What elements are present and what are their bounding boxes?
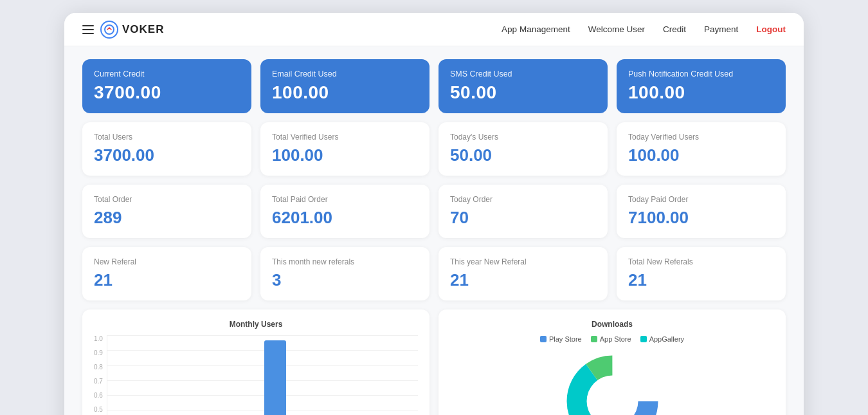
header-left: VOKER [82,21,502,39]
total-order-value: 289 [94,208,240,228]
new-referal-label: New Referal [94,257,240,266]
stat-total-users: Total Users 3700.00 [82,122,251,176]
total-users-label: Total Users [94,133,240,142]
nav-links: App Management Welcome User Credit Payme… [502,24,786,34]
email-credit-value: 100.00 [272,82,418,103]
charts-row: Monthly Users 1.0 0.9 0.8 0.7 0.6 0.5 0.… [82,309,786,415]
legend-play-store: Play Store [540,335,582,343]
logo: VOKER [100,21,164,39]
blue-card-current-credit: Current Credit 3700.00 [82,59,251,113]
bar-chart-title: Monthly Users [94,320,418,329]
new-referal-value: 21 [94,270,240,290]
total-order-label: Total Order [94,195,240,204]
bar-chart-area [107,335,418,415]
nav-logout[interactable]: Logout [756,24,786,34]
stat-today-order: Today Order 70 [439,185,608,238]
total-verified-value: 100.00 [272,145,418,165]
legend-appgallery: AppGallery [640,335,684,343]
blue-card-push-credit: Push Notification Credit Used 100.00 [617,59,786,113]
app-container: VOKER App Management Welcome User Credit… [64,13,804,415]
stat-new-referal: New Referal 21 [82,247,251,300]
stat-todays-users: Today's Users 50.00 [439,122,608,176]
play-store-dot [540,336,547,342]
nav-app-management[interactable]: App Management [502,24,570,34]
donut-svg-wrap [559,348,665,415]
today-paid-order-value: 7100.00 [628,208,774,228]
total-verified-label: Total Verified Users [272,133,418,142]
y-axis: 1.0 0.9 0.8 0.7 0.6 0.5 0.4 0.3 [94,335,107,415]
appgallery-label: AppGallery [649,335,684,343]
bar-7 [264,340,285,415]
stat-total-order: Total Order 289 [82,185,251,238]
year-referal-label: This year New Referal [450,257,596,266]
blue-cards-row: Current Credit 3700.00 Email Credit Used… [82,59,786,113]
sms-credit-value: 50.00 [450,82,596,103]
total-paid-order-value: 6201.00 [272,208,418,228]
today-verified-label: Today Verified Users [628,133,774,142]
bar-chart-wrap: 1.0 0.9 0.8 0.7 0.6 0.5 0.4 0.3 [94,335,418,415]
today-order-label: Today Order [450,195,596,204]
donut-chart-title: Downloads [450,320,774,329]
stat-total-paid-order: Total Paid Order 6201.00 [260,185,429,238]
today-order-value: 70 [450,208,596,228]
todays-users-label: Today's Users [450,133,596,142]
month-referals-value: 3 [272,270,418,290]
nav-welcome-user[interactable]: Welcome User [588,24,645,34]
stat-month-referals: This month new referals 3 [260,247,429,300]
main-content: Current Credit 3700.00 Email Credit Used… [64,46,804,415]
logo-circle [100,21,118,39]
stat-row-2: Total Order 289 Total Paid Order 6201.00… [82,185,786,238]
donut-legend: Play Store App Store AppGallery [540,335,684,343]
stat-total-referals: Total New Referals 21 [617,247,786,300]
sms-credit-label: SMS Credit Used [450,69,596,78]
todays-users-value: 50.00 [450,145,596,165]
email-credit-label: Email Credit Used [272,69,418,78]
stat-row-3: New Referal 21 This month new referals 3… [82,247,786,300]
app-store-label: App Store [600,335,631,343]
push-credit-label: Push Notification Credit Used [628,69,774,78]
today-verified-value: 100.00 [628,145,774,165]
bar-chart-card: Monthly Users 1.0 0.9 0.8 0.7 0.6 0.5 0.… [82,309,429,415]
donut-chart-card: Downloads Play Store App Store [439,309,786,415]
appgallery-dot [640,336,647,342]
svg-point-0 [105,25,114,34]
menu-icon[interactable] [82,25,94,34]
donut-svg [559,348,665,415]
stat-year-referal: This year New Referal 21 [439,247,608,300]
total-referals-label: Total New Referals [628,257,774,266]
stat-row-1: Total Users 3700.00 Total Verified Users… [82,122,786,176]
blue-card-email-credit: Email Credit Used 100.00 [260,59,429,113]
header: VOKER App Management Welcome User Credit… [64,13,804,46]
push-credit-value: 100.00 [628,82,774,103]
legend-app-store: App Store [591,335,631,343]
total-users-value: 3700.00 [94,145,240,165]
today-paid-order-label: Today Paid Order [628,195,774,204]
stat-today-verified-users: Today Verified Users 100.00 [617,122,786,176]
current-credit-value: 3700.00 [94,82,240,103]
logo-text: VOKER [122,23,164,36]
nav-payment[interactable]: Payment [704,24,738,34]
bars-container [114,335,411,415]
year-referal-value: 21 [450,270,596,290]
donut-area: Play Store App Store AppGallery [450,335,774,415]
current-credit-label: Current Credit [94,69,240,78]
blue-card-sms-credit: SMS Credit Used 50.00 [439,59,608,113]
nav-credit[interactable]: Credit [663,24,686,34]
play-store-label: Play Store [549,335,582,343]
stat-today-paid-order: Today Paid Order 7100.00 [617,185,786,238]
app-store-dot [591,336,597,342]
month-referals-label: This month new referals [272,257,418,266]
total-referals-value: 21 [628,270,774,290]
total-paid-order-label: Total Paid Order [272,195,418,204]
stat-total-verified-users: Total Verified Users 100.00 [260,122,429,176]
